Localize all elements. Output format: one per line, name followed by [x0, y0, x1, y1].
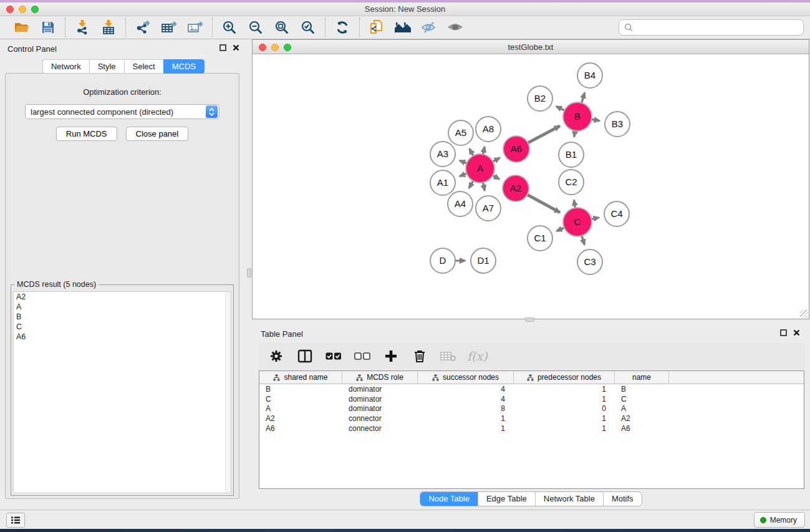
node-B[interactable]: B: [563, 102, 592, 131]
node-A5[interactable]: A5: [448, 120, 473, 145]
minimize-window-button[interactable]: [19, 6, 26, 13]
network-canvas[interactable]: B4B2BB3A5A8A6A3B1AA1C2A2A4A7C4CC1DD1C3: [253, 55, 809, 319]
tab-network-table[interactable]: Network Table: [535, 492, 603, 506]
first-neighbors-icon[interactable]: [390, 17, 416, 37]
edge-A-A8[interactable]: [483, 147, 485, 154]
result-item[interactable]: C: [14, 322, 231, 332]
node-C[interactable]: C: [563, 208, 592, 236]
column-header-shared-name[interactable]: shared name: [259, 371, 342, 384]
export-table-icon[interactable]: [156, 17, 182, 37]
settings-gear-icon[interactable]: [265, 346, 287, 367]
column-header-predecessor-nodes[interactable]: predecessor nodes: [514, 371, 615, 384]
network-close-button[interactable]: [259, 44, 266, 51]
table-row[interactable]: A6connector11A6: [259, 423, 804, 433]
show-all-icon[interactable]: [442, 17, 468, 37]
tab-edge-table[interactable]: Edge Table: [478, 492, 535, 506]
node-table[interactable]: shared nameMCDS rolesuccessor nodesprede…: [259, 370, 804, 489]
close-table-panel-icon[interactable]: [793, 329, 800, 336]
export-network-icon[interactable]: [130, 17, 156, 37]
tab-network[interactable]: Network: [42, 59, 89, 74]
hide-selected-icon[interactable]: [416, 17, 442, 37]
node-A[interactable]: A: [466, 154, 494, 183]
optimization-criterion-dropdown[interactable]: largest connected component (directed): [25, 104, 219, 119]
edge-B-B3[interactable]: [592, 119, 600, 120]
edge-C-C4[interactable]: [592, 218, 599, 219]
edge-B-B1[interactable]: [574, 131, 576, 137]
node-C1[interactable]: C1: [528, 226, 552, 251]
table-row[interactable]: Adominator80A: [259, 404, 804, 414]
import-network-icon[interactable]: [69, 17, 95, 37]
zoom-selected-icon[interactable]: [295, 17, 321, 37]
float-table-panel-icon[interactable]: [780, 329, 787, 336]
select-all-rows-icon[interactable]: [322, 346, 345, 367]
tab-mcds[interactable]: MCDS: [163, 59, 205, 74]
search-input[interactable]: [637, 23, 798, 32]
table-row[interactable]: Bdominator41B: [259, 384, 804, 394]
edge-C-C3[interactable]: [582, 236, 584, 244]
edge-A-A7[interactable]: [483, 183, 485, 191]
duplicate-network-icon[interactable]: [364, 17, 390, 37]
node-A8[interactable]: A8: [476, 117, 501, 142]
edge-A-A5[interactable]: [470, 148, 473, 155]
tab-style[interactable]: Style: [89, 59, 124, 74]
zoom-in-icon[interactable]: [216, 17, 243, 37]
node-C3[interactable]: C3: [577, 249, 602, 274]
node-B3[interactable]: B3: [605, 112, 630, 137]
close-window-button[interactable]: [6, 6, 14, 13]
edge-C-C2[interactable]: [574, 200, 575, 208]
result-item[interactable]: A6: [14, 332, 231, 342]
open-file-icon[interactable]: [9, 17, 35, 37]
zoom-window-button[interactable]: [31, 6, 39, 13]
close-panel-button[interactable]: Close panel: [126, 127, 189, 141]
node-B1[interactable]: B1: [559, 142, 584, 167]
resize-grip[interactable]: [800, 310, 808, 318]
tab-motifs[interactable]: Motifs: [603, 492, 642, 506]
column-header-name[interactable]: name: [615, 371, 669, 384]
zoom-fit-icon[interactable]: [269, 17, 295, 37]
network-window-titlebar[interactable]: testGlobe.txt: [253, 40, 809, 54]
node-B2[interactable]: B2: [528, 86, 552, 111]
result-item[interactable]: A: [14, 302, 231, 312]
run-mcds-button[interactable]: Run MCDS: [56, 127, 117, 141]
toggle-columns-icon[interactable]: [294, 346, 316, 367]
node-A7[interactable]: A7: [476, 196, 501, 221]
network-minimize-button[interactable]: [271, 44, 279, 51]
node-B4[interactable]: B4: [577, 63, 602, 88]
node-A6[interactable]: A6: [503, 136, 529, 162]
import-table-icon[interactable]: [95, 17, 122, 37]
node-A2[interactable]: A2: [503, 175, 529, 201]
network-zoom-button[interactable]: [284, 44, 291, 51]
edge-A-A6[interactable]: [493, 158, 499, 162]
deselect-all-rows-icon[interactable]: [351, 346, 374, 367]
horizontal-splitter-handle[interactable]: [525, 317, 534, 322]
tab-select[interactable]: Select: [124, 59, 163, 74]
zoom-out-icon[interactable]: [243, 17, 269, 37]
close-panel-icon[interactable]: [233, 44, 239, 51]
node-A3[interactable]: A3: [430, 142, 455, 167]
vertical-splitter-handle[interactable]: [247, 268, 251, 278]
search-field[interactable]: [619, 19, 804, 36]
task-history-button[interactable]: [6, 513, 25, 528]
tab-node-table[interactable]: Node Table: [420, 492, 478, 506]
table-row[interactable]: A2connector11A2: [259, 414, 804, 423]
edge-A-A4[interactable]: [469, 181, 473, 188]
memory-button[interactable]: Memory: [754, 512, 805, 528]
add-column-icon[interactable]: [380, 346, 402, 367]
edge-A6-B[interactable]: [528, 126, 560, 143]
result-item[interactable]: A2: [14, 292, 231, 302]
edge-C-C1[interactable]: [557, 228, 564, 231]
mcds-result-list[interactable]: A2ABCA6: [13, 291, 231, 493]
table-row[interactable]: Cdominator41C: [259, 394, 804, 404]
node-D[interactable]: D: [430, 248, 455, 273]
refresh-icon[interactable]: [329, 17, 355, 37]
export-image-icon[interactable]: [182, 17, 208, 37]
node-C4[interactable]: C4: [604, 201, 629, 226]
save-session-icon[interactable]: [35, 17, 61, 37]
result-list-scrollbar[interactable]: [225, 292, 231, 493]
result-item[interactable]: B: [14, 312, 231, 322]
edge-A2-C[interactable]: [527, 195, 559, 213]
float-panel-icon[interactable]: [219, 44, 226, 51]
node-D1[interactable]: D1: [471, 248, 496, 273]
edge-A-A3[interactable]: [460, 160, 466, 163]
node-A4[interactable]: A4: [448, 191, 473, 216]
